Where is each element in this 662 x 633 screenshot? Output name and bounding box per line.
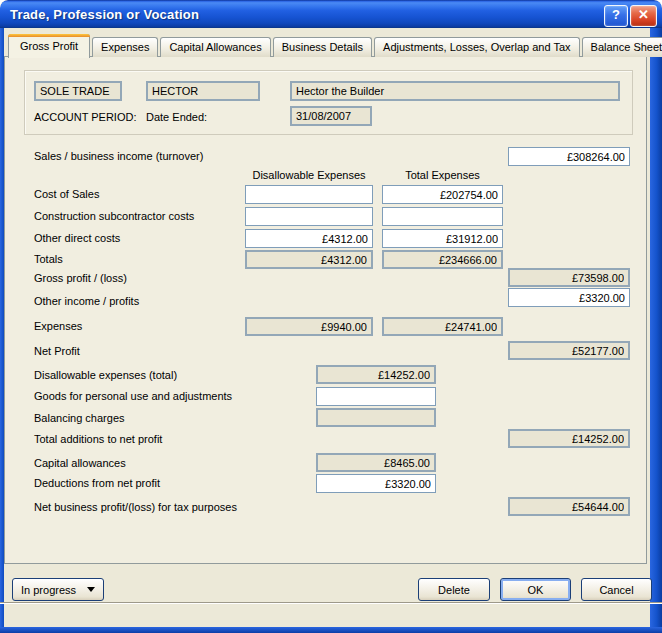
total-additions-field	[508, 429, 630, 448]
business-name-field	[290, 81, 620, 101]
cost-of-sales-label: Cost of Sales	[34, 188, 99, 200]
disallowable-total-field	[316, 365, 436, 384]
gross-profit-field	[508, 268, 630, 287]
expenses-disallowable-field	[245, 317, 373, 336]
expenses-label: Expenses	[34, 320, 82, 332]
help-icon[interactable]: ?	[604, 5, 628, 27]
window-border-bottom	[0, 627, 662, 633]
deductions-label: Deductions from net profit	[34, 477, 160, 489]
net-business-profit-field	[508, 497, 630, 516]
ok-button[interactable]: OK	[500, 578, 571, 601]
other-direct-costs-label: Other direct costs	[34, 232, 120, 244]
delete-button[interactable]: Delete	[418, 578, 490, 601]
construction-disallowable-input[interactable]	[245, 207, 373, 226]
footer-separator	[0, 602, 662, 604]
balancing-charges-label: Balancing charges	[34, 412, 125, 424]
other-income-input[interactable]	[508, 288, 630, 307]
tab-adjustments-losses[interactable]: Adjustments, Losses, Overlap and Tax	[374, 37, 580, 57]
total-additions-label: Total additions to net profit	[34, 433, 162, 445]
expenses-total-field	[382, 317, 503, 336]
business-code-field	[146, 81, 260, 101]
status-dropdown-value: In progress	[21, 584, 76, 596]
totals-total-field	[382, 250, 503, 269]
goods-personal-label: Goods for personal use and adjustments	[34, 390, 232, 402]
other-direct-disallowable-input[interactable]	[245, 229, 373, 248]
date-ended-label: Date Ended:	[146, 111, 207, 123]
turnover-input[interactable]	[508, 147, 630, 166]
tab-expenses[interactable]: Expenses	[92, 37, 158, 57]
trade-profession-dialog: Trade, Profession or Vocation ? ✕ Gross …	[0, 0, 662, 633]
turnover-label: Sales / business income (turnover)	[34, 150, 203, 162]
tab-balance-sheet[interactable]: Balance Sheet	[582, 37, 662, 57]
cost-of-sales-total-input[interactable]	[382, 185, 503, 204]
chevron-down-icon	[87, 587, 95, 592]
tab-strip: Gross Profit Expenses Capital Allowances…	[8, 33, 662, 57]
account-period-label: ACCOUNT PERIOD:	[34, 111, 136, 123]
other-direct-total-input[interactable]	[382, 229, 503, 248]
gross-profit-label: Gross profit / (loss)	[34, 272, 127, 284]
status-dropdown[interactable]: In progress	[12, 578, 104, 601]
window-border-right	[650, 28, 662, 633]
tab-business-details[interactable]: Business Details	[273, 37, 372, 57]
close-icon[interactable]: ✕	[630, 5, 657, 27]
deductions-input[interactable]	[316, 474, 436, 493]
net-profit-field	[508, 341, 630, 360]
construction-total-input[interactable]	[382, 207, 503, 226]
cancel-button[interactable]: Cancel	[581, 578, 652, 601]
disallowable-column-header: Disallowable Expenses	[245, 169, 373, 181]
capital-allowances-label: Capital allowances	[34, 457, 126, 469]
tab-gross-profit[interactable]: Gross Profit	[8, 34, 90, 58]
construction-costs-label: Construction subcontractor costs	[34, 210, 194, 222]
tab-capital-allowances[interactable]: Capital Allowances	[160, 37, 270, 57]
window-title: Trade, Profession or Vocation	[10, 7, 199, 22]
title-bar: Trade, Profession or Vocation ? ✕	[0, 0, 662, 28]
disallowable-total-label: Disallowable expenses (total)	[34, 369, 177, 381]
other-income-label: Other income / profits	[34, 295, 139, 307]
net-business-profit-label: Net business profit/(loss) for tax purpo…	[34, 501, 237, 513]
date-ended-field	[290, 106, 372, 126]
totals-label: Totals	[34, 253, 63, 265]
business-type-field	[34, 81, 122, 101]
total-column-header: Total Expenses	[382, 169, 503, 181]
totals-disallowable-field	[245, 250, 373, 269]
net-profit-label: Net Profit	[34, 345, 80, 357]
goods-personal-input[interactable]	[316, 387, 436, 406]
cost-of-sales-disallowable-input[interactable]	[245, 185, 373, 204]
capital-allowances-field	[316, 453, 436, 472]
balancing-charges-field	[316, 408, 436, 427]
